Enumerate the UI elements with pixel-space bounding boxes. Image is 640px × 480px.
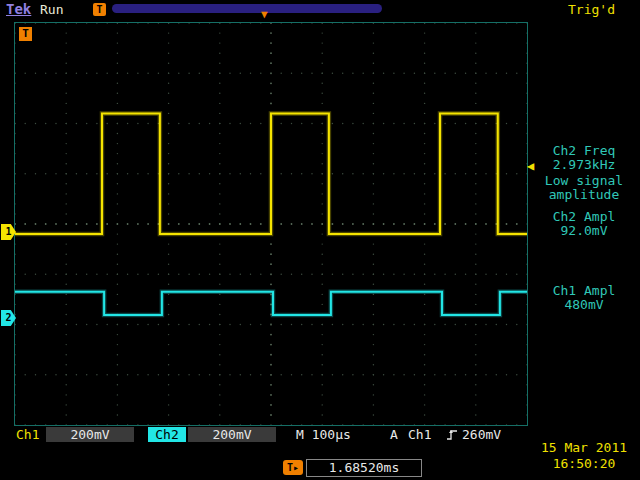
time-readout: 16:50:20 [528,456,640,471]
brand-logo: Tek [6,1,31,17]
ch1-label: Ch1 [16,427,39,442]
ch2-ampl-label: Ch2 Ampl [528,209,640,224]
waveform-plot [15,23,527,425]
ch2-freq-value: 2.973kHz [528,157,640,172]
trigger-marker: T [19,27,32,41]
trigger-level-readout: 260mV [462,427,501,442]
trigger-badge-icon: T [93,3,106,16]
warning-line1: Low signal [528,173,640,188]
warning-line2: amplitude [528,187,640,202]
acquisition-status: Run [40,2,63,17]
ch1-ampl-label: Ch1 Ampl [528,283,640,298]
ch2-ampl-value: 92.0mV [528,223,640,238]
graticule [14,22,528,426]
trigger-status: Trig'd [568,2,615,17]
delay-badge-icon: T▸ [283,460,303,475]
trigger-position-icon: ▼ [261,8,268,21]
date-readout: 15 Mar 2011 [528,440,640,455]
timebase-readout: M 100µs [296,427,351,442]
rising-slope-icon [446,429,458,444]
trigger-source: Ch1 [408,427,431,442]
horizontal-delay-readout: 1.68520ms [306,459,422,477]
ch2-label: Ch2 [148,427,186,442]
ch1-ampl-value: 480mV [528,297,640,312]
oscilloscope-screen: Tek Run T Trig'd ▼ T 1 2 ◀ Ch2 Freq 2.97… [0,0,640,480]
ch2-scale: 200mV [188,427,276,442]
trigger-mode: A [390,427,398,442]
horizontal-position-bar [112,4,382,13]
ch2-freq-label: Ch2 Freq [528,143,640,158]
ch1-scale: 200mV [46,427,134,442]
